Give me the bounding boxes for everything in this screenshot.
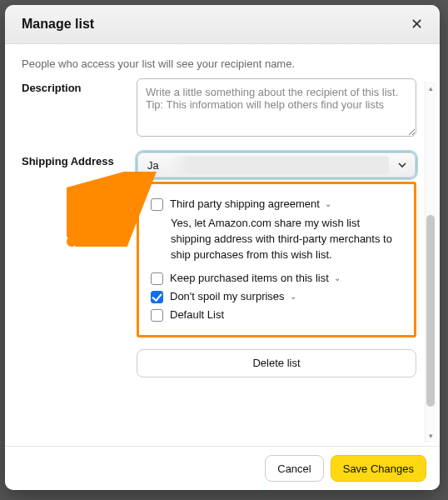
third-party-checkbox-row[interactable]: Third party shipping agreement ⌄ <box>151 198 402 211</box>
chevron-down-icon[interactable]: ⌄ <box>325 199 331 208</box>
checkbox-icon <box>151 198 163 211</box>
shipping-address-label: Shipping Address <box>22 152 122 378</box>
description-row: Description <box>22 78 416 140</box>
shipping-address-select[interactable]: Ja <box>137 152 416 178</box>
chevron-down-icon[interactable]: ⌄ <box>334 273 341 282</box>
modal-title: Manage list <box>22 17 94 32</box>
scrollbar-thumb[interactable] <box>426 215 435 407</box>
cancel-button[interactable]: Cancel <box>265 455 323 482</box>
scroll-up-icon[interactable]: ▴ <box>425 82 436 95</box>
description-input[interactable] <box>137 78 416 137</box>
checkbox-icon <box>151 309 163 322</box>
keep-purchased-checkbox-row[interactable]: Keep purchased items on this list ⌄ <box>151 272 402 285</box>
scroll-down-icon[interactable]: ▾ <box>425 429 436 442</box>
third-party-label: Third party shipping agreement <box>170 198 320 210</box>
scrollbar[interactable]: ▴ ▾ <box>425 82 436 442</box>
manage-list-modal: Manage list ✕ People who access your lis… <box>5 5 440 490</box>
shipping-address-value: Ja <box>147 159 159 172</box>
close-icon[interactable]: ✕ <box>411 17 423 32</box>
chevron-down-icon <box>397 160 407 170</box>
modal-body: Description Shipping Address Ja <box>5 78 440 446</box>
save-changes-button[interactable]: Save Changes <box>331 455 426 482</box>
modal-footer: Cancel Save Changes <box>5 446 440 490</box>
modal-header: Manage list ✕ <box>5 5 440 44</box>
privacy-note: People who access your list will see you… <box>5 44 440 78</box>
description-label: Description <box>22 78 122 140</box>
delete-list-button[interactable]: Delete list <box>137 349 416 378</box>
keep-purchased-label: Keep purchased items on this list <box>170 272 329 284</box>
checkbox-icon <box>151 291 163 303</box>
redacted-region <box>171 156 389 174</box>
default-list-label: Default List <box>170 308 224 321</box>
chevron-down-icon[interactable]: ⌄ <box>290 292 296 301</box>
surprises-label: Don't spoil my surprises <box>170 290 285 302</box>
third-party-description: Yes, let Amazon.com share my wish list s… <box>171 216 402 263</box>
shipping-options-group: Third party shipping agreement ⌄ Yes, le… <box>137 182 416 338</box>
default-list-checkbox-row[interactable]: Default List <box>151 308 402 322</box>
shipping-row: Shipping Address Ja Third party <box>22 152 416 378</box>
surprises-checkbox-row[interactable]: Don't spoil my surprises ⌄ <box>151 290 402 303</box>
checkbox-icon <box>151 272 163 285</box>
